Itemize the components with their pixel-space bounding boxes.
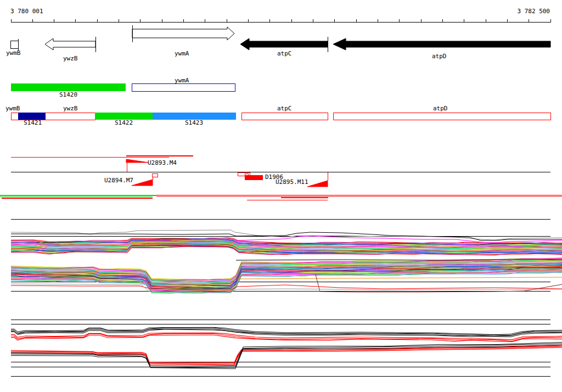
profile-panel-2: [11, 320, 562, 377]
segment-label-ywmA: ywmA: [175, 77, 189, 84]
gene-label-ywmA: ywmA: [175, 50, 189, 57]
gene-glyph-ywzB[interactable]: [45, 38, 95, 50]
gene-glyph-atpC[interactable]: [240, 38, 328, 50]
feature-label-U2893.M4: U2893.M4: [148, 159, 177, 166]
profile-line: [238, 277, 562, 279]
feature-glyph-U2895.M11[interactable]: [307, 181, 328, 187]
ruler-end-label: 3 782 500: [517, 8, 550, 15]
profile-line: [11, 342, 562, 366]
segment-track: ywmAS1420ywmBywzBatpCatpDS1421S1422S1423: [5, 77, 550, 126]
genome-browser: 3 780 001 3 782 500 ywmBywzBywmAatpCatpD…: [0, 0, 562, 392]
segment-label-S1421: S1421: [24, 119, 42, 126]
profile-panel-1: [11, 220, 562, 294]
gene-label-ywmB: ywmB: [6, 49, 21, 57]
genome-browser-canvas: 3 780 001 3 782 500 ywmBywzBywmAatpCatpD…: [0, 0, 562, 392]
segment-atpC-outline[interactable]: [241, 113, 328, 120]
feature-glyph-D1906[interactable]: [245, 175, 263, 180]
segment-label-atpC: atpC: [277, 105, 292, 112]
segment-label-ywmB: ywmB: [5, 105, 20, 112]
feature-track: U2893.M4U2894.M7D1906U2895.M11: [0, 156, 562, 200]
feature-glyph-U2894.M7[interactable]: [152, 173, 158, 177]
ruler-start-label: 3 780 001: [10, 8, 43, 15]
feature-label-U2894.M7: U2894.M7: [104, 177, 133, 184]
segment-label-atpD: atpD: [433, 105, 448, 112]
ruler-track: [11, 19, 550, 23]
feature-glyph-U2893.M4[interactable]: [126, 159, 148, 163]
segment-label-ywzB: ywzB: [63, 105, 78, 112]
segment-label-S1423: S1423: [185, 119, 203, 126]
gene-glyph-ywmB[interactable]: [10, 41, 18, 48]
segment-ywmA[interactable]: [132, 83, 235, 91]
gene-label-atpD: atpD: [432, 53, 447, 60]
gene-glyph-ywmA[interactable]: [132, 27, 234, 40]
gene-label-atpC: atpC: [277, 50, 292, 57]
segment-atpD-outline[interactable]: [333, 113, 550, 120]
segment-label-S1420: S1420: [59, 91, 77, 98]
gene-glyph-atpD[interactable]: [333, 38, 550, 50]
gene-track: ywmBywzBywmAatpCatpD: [6, 25, 550, 62]
segment-S1420[interactable]: [11, 83, 126, 91]
feature-glyph-U2894.M7[interactable]: [132, 180, 153, 186]
gene-label-ywzB: ywzB: [63, 55, 78, 62]
summary-band-segment: [0, 195, 156, 196]
feature-label-U2895.M11: U2895.M11: [276, 178, 308, 186]
segment-label-S1422: S1422: [115, 119, 133, 126]
profile-line: [11, 345, 562, 369]
